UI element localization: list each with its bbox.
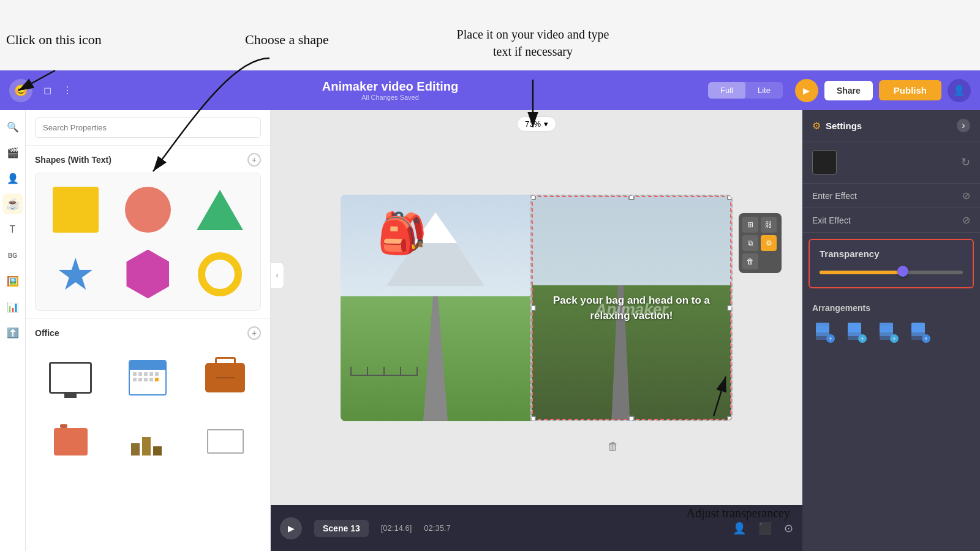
zoom-value: 73% (525, 119, 541, 129)
canvas-tool-duplicate[interactable]: ⧉ (742, 235, 758, 251)
shape-square-item[interactable] (43, 181, 109, 239)
publish-button[interactable]: Publish (879, 80, 941, 100)
enter-effect-icon[interactable]: ⊘ (962, 190, 970, 201)
canvas-toolbar: ⊞ ⛓ ⧉ ⚙ 🗑 (739, 213, 782, 273)
office-calendar (129, 360, 167, 395)
office-monitor-item[interactable] (35, 353, 106, 402)
shapes-with-text-section: Shapes (With Text) + ★ (26, 146, 270, 318)
timeline-trash-icon[interactable]: 🗑 (608, 440, 619, 453)
svg-rect-8 (848, 323, 861, 332)
exit-effect-icon[interactable]: ⊘ (962, 214, 970, 226)
canvas-left: 🎒 (341, 195, 530, 421)
header-title-area: Animaker video Editing All Changes Saved (72, 80, 708, 101)
play-button[interactable]: ▶ (795, 79, 818, 102)
svg-text:+: + (861, 335, 864, 342)
timeline-icon-scene[interactable]: ⬛ (758, 522, 772, 535)
shapes-section-title: Shapes (With Text) (35, 155, 111, 165)
annotation-click-icon: Click on this icon (6, 32, 102, 48)
settings-close-button[interactable]: › (957, 119, 970, 132)
shapes-cup-icon: ☕ (6, 197, 20, 211)
video-canvas-wrapper: 🎒 Pack your bag and head on to a relaxin… (341, 195, 733, 421)
office-section: Office + (26, 318, 270, 481)
canvas-area: 73% ▾ 🎒 (271, 110, 802, 505)
office-briefcase (205, 363, 245, 392)
timeline-play-button[interactable]: ▶ (280, 517, 302, 539)
nav-icon-1[interactable]: ◻ (43, 84, 51, 96)
transparency-label: Transparency (820, 249, 963, 259)
shape-star: ★ (56, 252, 96, 296)
sidebar-icon-search[interactable]: 🔍 (2, 116, 23, 137)
settings-title: Settings (826, 121, 862, 131)
sidebar-icon-text[interactable]: T (2, 219, 23, 240)
shape-star-item[interactable]: ★ (43, 245, 109, 303)
canvas-tool-link[interactable]: ⛓ (761, 217, 777, 233)
sidebar-icon-image[interactable]: 🖼️ (2, 271, 23, 291)
settings-gear-icon: ⚙ (812, 120, 821, 132)
canvas-tool-transform[interactable]: ⊞ (742, 217, 758, 233)
canvas-text-overlay: Pack your bag and head on to a relaxing … (546, 292, 716, 323)
shapes-panel: Shapes (With Text) + ★ Of (26, 110, 271, 551)
exit-effect-label: Exit Effect (812, 216, 851, 225)
add-office-button[interactable]: + (247, 326, 261, 340)
shape-ring (198, 252, 242, 296)
transparency-section: Transparency (809, 239, 974, 288)
shape-square (53, 187, 99, 233)
zoom-control[interactable]: 73% ▾ (517, 116, 556, 132)
office-calendar-item[interactable] (112, 353, 183, 402)
transparency-thumb[interactable] (897, 266, 908, 277)
svg-text:+: + (892, 335, 896, 342)
office-item-4[interactable] (35, 417, 106, 466)
header-avatar-icon[interactable]: 😊 (9, 79, 32, 102)
office-item-5[interactable] (112, 417, 183, 466)
office-section-title: Office (35, 328, 59, 338)
left-sidebar: 🔍 🎬 👤 ☕ T BG 🖼️ 📊 ⬆️ (0, 110, 26, 551)
canvas-tool-row-2: ⧉ ⚙ (742, 235, 778, 251)
nav-icon-2[interactable]: ⋮ (62, 84, 72, 96)
office-item-6[interactable] (190, 417, 261, 466)
shape-circle-item[interactable] (115, 181, 181, 239)
annotation-place-text: Place it on your video and type text if … (447, 26, 619, 60)
sidebar-icon-upload[interactable]: ⬆️ (2, 322, 23, 343)
panel-collapse-button[interactable]: ‹ (271, 262, 284, 289)
canvas-tool-gear[interactable]: ⚙ (761, 235, 777, 251)
sidebar-icon-character[interactable]: 👤 (2, 168, 23, 189)
shapes-search-input[interactable] (35, 118, 261, 138)
shape-hexagon-item[interactable] (115, 245, 181, 303)
settings-panel: ⚙ Settings › ↻ Enter Effect ⊘ Exit Effec… (802, 110, 980, 551)
refresh-icon[interactable]: ↻ (961, 156, 970, 169)
svg-rect-3 (816, 323, 829, 332)
timeline-icon-character[interactable]: 👤 (733, 522, 746, 535)
shape-hexagon (126, 250, 169, 299)
bag-character: 🎒 (377, 213, 427, 253)
zoom-dropdown-icon: ▾ (544, 119, 548, 129)
office-briefcase-item[interactable] (190, 353, 261, 402)
timeline-icon-target[interactable]: ⊙ (784, 522, 793, 535)
sidebar-icon-media[interactable]: 🎬 (2, 142, 23, 163)
shapes-search-area (26, 110, 270, 146)
sidebar-icon-chart[interactable]: 📊 (2, 296, 23, 317)
shape-ring-item[interactable] (187, 245, 253, 303)
mode-lite-btn[interactable]: Lite (745, 82, 783, 99)
color-swatch[interactable] (812, 150, 837, 174)
header-logo: 😊 ◻ ⋮ (9, 79, 72, 102)
office-section-header: Office + (35, 326, 261, 340)
sidebar-icon-bg[interactable]: BG (2, 245, 23, 266)
sidebar-icon-shapes[interactable]: ☕ (2, 193, 23, 214)
share-button[interactable]: Share (824, 81, 873, 100)
shapes-section-header: Shapes (With Text) + (35, 153, 261, 167)
user-avatar[interactable]: 👤 (948, 79, 971, 102)
canvas-tool-delete[interactable]: 🗑 (742, 253, 758, 269)
arrangements-icons: + + + (812, 320, 970, 345)
enter-effect-row: Enter Effect ⊘ (802, 184, 980, 208)
arrangement-send-backward[interactable]: + (876, 320, 900, 345)
arrangement-bring-to-front[interactable]: + (812, 320, 837, 345)
timeline-time-current: [02:14.6] (381, 523, 412, 533)
timeline-icons: 👤 ⬛ ⊙ (733, 522, 793, 535)
mode-full-btn[interactable]: Full (708, 82, 745, 99)
transparency-slider[interactable] (820, 266, 963, 279)
landscape-bg: 🎒 (341, 195, 530, 421)
arrangement-bring-forward[interactable]: + (844, 320, 869, 345)
add-shape-button[interactable]: + (247, 153, 261, 167)
shape-triangle-item[interactable] (187, 181, 253, 239)
arrangement-send-to-back[interactable]: + (908, 320, 932, 345)
